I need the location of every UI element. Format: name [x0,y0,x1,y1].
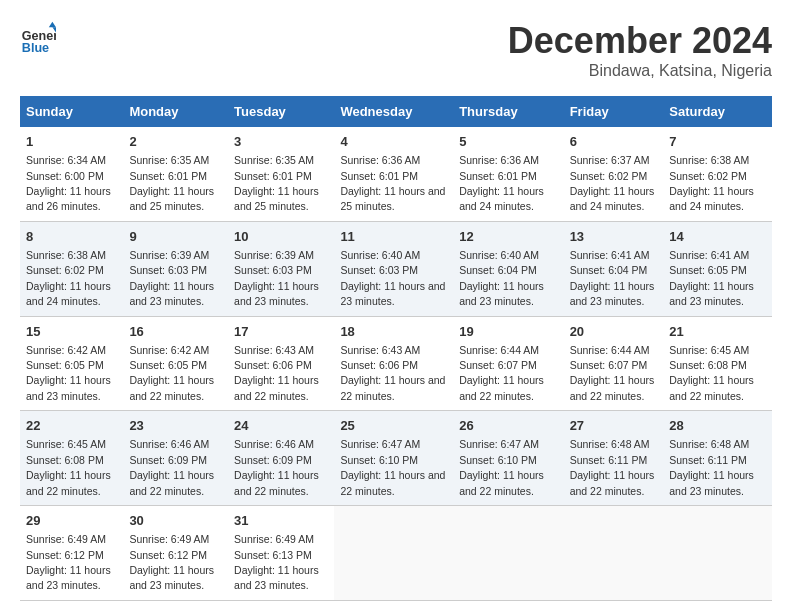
sunrise-info: Sunrise: 6:39 AM [129,249,209,261]
sunset-info: Sunset: 6:11 PM [669,454,747,466]
svg-text:Blue: Blue [22,41,49,55]
daylight-info: Daylight: 11 hours and 22 minutes. [570,469,655,496]
daylight-info: Daylight: 11 hours and 24 minutes. [669,185,754,212]
day-number: 8 [26,228,117,246]
sunrise-info: Sunrise: 6:46 AM [234,438,314,450]
table-row: 14 Sunrise: 6:41 AM Sunset: 6:05 PM Dayl… [663,221,772,316]
table-row [663,506,772,601]
sunrise-info: Sunrise: 6:41 AM [570,249,650,261]
daylight-info: Daylight: 11 hours and 23 minutes. [669,469,754,496]
page-subtitle: Bindawa, Katsina, Nigeria [508,62,772,80]
page-title: December 2024 [508,20,772,62]
page-header: General Blue December 2024 Bindawa, Kats… [20,20,772,80]
table-row: 5 Sunrise: 6:36 AM Sunset: 6:01 PM Dayli… [453,127,563,221]
table-row: 22 Sunrise: 6:45 AM Sunset: 6:08 PM Dayl… [20,411,123,506]
table-row: 11 Sunrise: 6:40 AM Sunset: 6:03 PM Dayl… [334,221,453,316]
sunset-info: Sunset: 6:12 PM [26,549,104,561]
sunrise-info: Sunrise: 6:46 AM [129,438,209,450]
day-number: 3 [234,133,328,151]
sunrise-info: Sunrise: 6:48 AM [669,438,749,450]
sunrise-info: Sunrise: 6:37 AM [570,154,650,166]
sunset-info: Sunset: 6:00 PM [26,170,104,182]
sunset-info: Sunset: 6:04 PM [459,264,537,276]
sunrise-info: Sunrise: 6:40 AM [340,249,420,261]
day-number: 26 [459,417,557,435]
daylight-info: Daylight: 11 hours and 22 minutes. [340,469,445,496]
sunrise-info: Sunrise: 6:42 AM [129,344,209,356]
table-row: 3 Sunrise: 6:35 AM Sunset: 6:01 PM Dayli… [228,127,334,221]
daylight-info: Daylight: 11 hours and 24 minutes. [26,280,111,307]
daylight-info: Daylight: 11 hours and 26 minutes. [26,185,111,212]
table-row: 30 Sunrise: 6:49 AM Sunset: 6:12 PM Dayl… [123,506,228,601]
daylight-info: Daylight: 11 hours and 22 minutes. [669,374,754,401]
day-number: 9 [129,228,222,246]
table-row: 4 Sunrise: 6:36 AM Sunset: 6:01 PM Dayli… [334,127,453,221]
day-number: 2 [129,133,222,151]
table-row: 17 Sunrise: 6:43 AM Sunset: 6:06 PM Dayl… [228,316,334,411]
day-number: 10 [234,228,328,246]
daylight-info: Daylight: 11 hours and 22 minutes. [129,469,214,496]
sunset-info: Sunset: 6:07 PM [570,359,648,371]
header-saturday: Saturday [663,96,772,127]
daylight-info: Daylight: 11 hours and 23 minutes. [459,280,544,307]
day-number: 31 [234,512,328,530]
sunrise-info: Sunrise: 6:35 AM [234,154,314,166]
sunset-info: Sunset: 6:10 PM [340,454,418,466]
header-wednesday: Wednesday [334,96,453,127]
table-row: 7 Sunrise: 6:38 AM Sunset: 6:02 PM Dayli… [663,127,772,221]
sunrise-info: Sunrise: 6:48 AM [570,438,650,450]
sunset-info: Sunset: 6:01 PM [459,170,537,182]
day-number: 23 [129,417,222,435]
day-number: 14 [669,228,766,246]
day-number: 21 [669,323,766,341]
svg-marker-2 [49,22,56,27]
sunset-info: Sunset: 6:12 PM [129,549,207,561]
day-number: 22 [26,417,117,435]
daylight-info: Daylight: 11 hours and 23 minutes. [129,280,214,307]
day-number: 27 [570,417,658,435]
table-row: 16 Sunrise: 6:42 AM Sunset: 6:05 PM Dayl… [123,316,228,411]
header-sunday: Sunday [20,96,123,127]
table-row: 31 Sunrise: 6:49 AM Sunset: 6:13 PM Dayl… [228,506,334,601]
daylight-info: Daylight: 11 hours and 23 minutes. [26,374,111,401]
daylight-info: Daylight: 11 hours and 22 minutes. [234,374,319,401]
sunrise-info: Sunrise: 6:40 AM [459,249,539,261]
daylight-info: Daylight: 11 hours and 23 minutes. [234,280,319,307]
sunset-info: Sunset: 6:01 PM [340,170,418,182]
calendar-week-row: 29 Sunrise: 6:49 AM Sunset: 6:12 PM Dayl… [20,506,772,601]
sunset-info: Sunset: 6:02 PM [26,264,104,276]
calendar-week-row: 22 Sunrise: 6:45 AM Sunset: 6:08 PM Dayl… [20,411,772,506]
daylight-info: Daylight: 11 hours and 25 minutes. [129,185,214,212]
table-row: 23 Sunrise: 6:46 AM Sunset: 6:09 PM Dayl… [123,411,228,506]
table-row: 21 Sunrise: 6:45 AM Sunset: 6:08 PM Dayl… [663,316,772,411]
sunrise-info: Sunrise: 6:44 AM [570,344,650,356]
sunset-info: Sunset: 6:08 PM [669,359,747,371]
calendar-week-row: 8 Sunrise: 6:38 AM Sunset: 6:02 PM Dayli… [20,221,772,316]
sunset-info: Sunset: 6:10 PM [459,454,537,466]
sunrise-info: Sunrise: 6:36 AM [340,154,420,166]
sunset-info: Sunset: 6:04 PM [570,264,648,276]
header-thursday: Thursday [453,96,563,127]
daylight-info: Daylight: 11 hours and 25 minutes. [340,185,445,212]
daylight-info: Daylight: 11 hours and 23 minutes. [669,280,754,307]
daylight-info: Daylight: 11 hours and 23 minutes. [26,564,111,591]
sunrise-info: Sunrise: 6:49 AM [234,533,314,545]
sunset-info: Sunset: 6:13 PM [234,549,312,561]
table-row: 9 Sunrise: 6:39 AM Sunset: 6:03 PM Dayli… [123,221,228,316]
sunrise-info: Sunrise: 6:45 AM [26,438,106,450]
daylight-info: Daylight: 11 hours and 22 minutes. [129,374,214,401]
logo-icon: General Blue [20,20,56,56]
sunset-info: Sunset: 6:01 PM [129,170,207,182]
sunset-info: Sunset: 6:11 PM [570,454,648,466]
day-number: 7 [669,133,766,151]
sunset-info: Sunset: 6:09 PM [129,454,207,466]
table-row: 10 Sunrise: 6:39 AM Sunset: 6:03 PM Dayl… [228,221,334,316]
day-number: 11 [340,228,447,246]
table-row: 26 Sunrise: 6:47 AM Sunset: 6:10 PM Dayl… [453,411,563,506]
sunrise-info: Sunrise: 6:44 AM [459,344,539,356]
table-row: 13 Sunrise: 6:41 AM Sunset: 6:04 PM Dayl… [564,221,664,316]
table-row: 1 Sunrise: 6:34 AM Sunset: 6:00 PM Dayli… [20,127,123,221]
day-number: 29 [26,512,117,530]
sunset-info: Sunset: 6:02 PM [669,170,747,182]
table-row: 20 Sunrise: 6:44 AM Sunset: 6:07 PM Dayl… [564,316,664,411]
